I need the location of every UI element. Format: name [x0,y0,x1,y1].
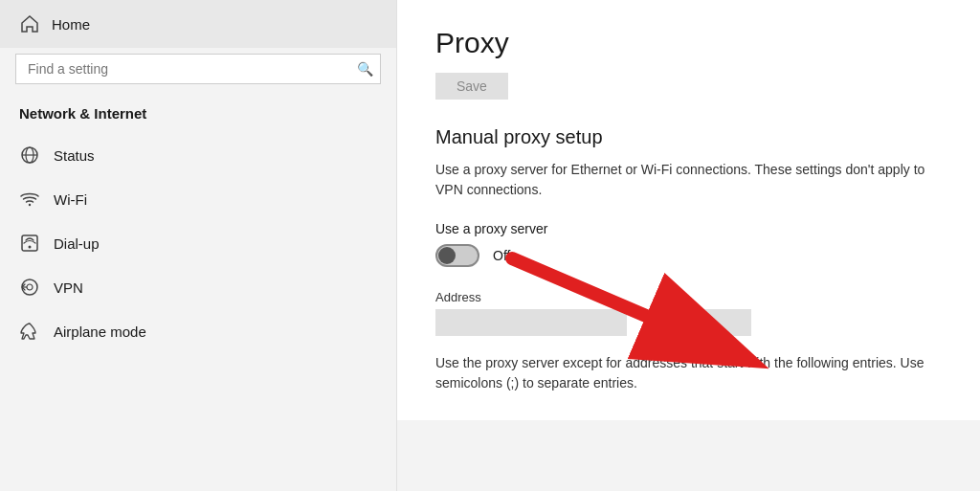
sidebar-item-airplane-label: Airplane mode [54,324,146,340]
address-input[interactable] [435,309,627,336]
main-wrapper: Proxy Save Manual proxy setup Use a prox… [397,0,980,491]
toggle-row: Off [435,244,942,267]
address-port-row: Address Port [435,290,942,336]
sidebar-home-label: Home [52,16,90,33]
search-input[interactable] [15,54,381,84]
search-icon: 🔍 [357,61,373,77]
sidebar-item-home[interactable]: Home [0,0,396,48]
save-button[interactable]: Save [435,73,508,100]
section-title: Manual proxy setup [435,126,942,148]
sidebar-item-airplane[interactable]: Airplane mode [0,309,396,353]
port-input[interactable] [656,309,751,336]
sidebar: Home 🔍 Network & Internet Status Wi-Fi [0,0,397,491]
sidebar-item-vpn-label: VPN [54,279,83,296]
page-title: Proxy [435,27,942,59]
sidebar-item-status[interactable]: Status [0,133,396,177]
toggle-state-label: Off [493,248,510,263]
port-field-group: Port [656,290,751,336]
proxy-server-setting-label: Use a proxy server [435,221,942,236]
svg-point-5 [29,246,32,249]
wifi-icon [19,189,40,210]
status-icon [19,145,40,166]
svg-point-3 [29,204,31,206]
section-description: Use a proxy server for Ethernet or Wi-Fi… [435,160,942,200]
sidebar-item-dialup-label: Dial-up [54,235,100,252]
dialup-icon [19,233,40,254]
sidebar-item-wifi-label: Wi-Fi [54,191,87,208]
address-field-group: Address [435,290,627,336]
sidebar-section-title: Network & Internet [0,98,396,133]
airplane-icon [19,321,40,342]
vpn-icon [19,277,40,298]
sidebar-item-dialup[interactable]: Dial-up [0,221,396,265]
home-icon [19,13,40,34]
footer-description: Use the proxy server except for addresse… [435,353,942,393]
toggle-track [435,244,479,267]
port-label: Port [656,290,751,304]
sidebar-item-status-label: Status [54,147,95,164]
sidebar-item-vpn[interactable]: VPN [0,265,396,309]
proxy-toggle[interactable] [435,244,479,267]
main-content: Proxy Save Manual proxy setup Use a prox… [397,0,980,420]
search-box[interactable]: 🔍 [15,54,381,84]
svg-point-7 [27,284,33,290]
sidebar-item-wifi[interactable]: Wi-Fi [0,177,396,221]
toggle-thumb [438,247,456,264]
address-label: Address [435,290,627,304]
